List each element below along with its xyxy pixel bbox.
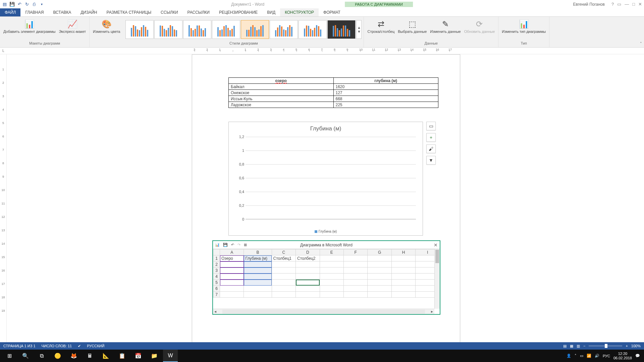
tab-mail[interactable]: РАССЫЛКИ bbox=[183, 8, 214, 16]
ribbon-display-icon[interactable]: ▭ bbox=[617, 2, 621, 7]
chart-style-thumb[interactable] bbox=[327, 20, 356, 39]
chart-style-thumb[interactable] bbox=[212, 20, 240, 39]
switch-row-column-button[interactable]: ⇄Строка/столбец bbox=[366, 18, 396, 34]
chart-styles-gallery[interactable]: ▲▼ bbox=[125, 18, 362, 41]
cell[interactable] bbox=[272, 292, 296, 298]
tray-notifications-icon[interactable]: 💬 bbox=[635, 354, 640, 358]
chart-style-thumb[interactable] bbox=[270, 20, 298, 39]
tab-file[interactable]: ФАЙЛ bbox=[0, 8, 20, 16]
cell[interactable] bbox=[296, 292, 320, 298]
cell[interactable] bbox=[344, 267, 368, 274]
tray-people-icon[interactable]: 👤 bbox=[567, 354, 571, 358]
chart-elements-button[interactable]: + bbox=[426, 133, 436, 142]
tab-refs[interactable]: ССЫЛКИ bbox=[156, 8, 182, 16]
cell[interactable] bbox=[368, 274, 391, 280]
cell[interactable] bbox=[220, 292, 244, 298]
cell[interactable] bbox=[320, 255, 343, 261]
gallery-more-button[interactable]: ▲▼ bbox=[356, 20, 362, 39]
cell[interactable] bbox=[368, 292, 391, 298]
tray-battery-icon[interactable]: ▭ bbox=[580, 354, 583, 358]
datasheet-close-icon[interactable]: ✕ bbox=[434, 242, 438, 248]
cell[interactable] bbox=[244, 280, 272, 286]
cell[interactable] bbox=[320, 261, 343, 267]
cell[interactable] bbox=[391, 280, 415, 286]
cell[interactable] bbox=[368, 280, 391, 286]
yandex-browser-icon[interactable]: 🟡 bbox=[50, 350, 65, 362]
cell[interactable] bbox=[272, 261, 296, 267]
cell[interactable] bbox=[244, 292, 272, 298]
minimize-icon[interactable]: — bbox=[625, 2, 629, 7]
tab-layout[interactable]: РАЗМЕТКА СТРАНИЦЫ bbox=[102, 8, 156, 16]
qat-more-icon[interactable]: ▾ bbox=[39, 2, 44, 7]
start-button[interactable]: ⊞ bbox=[2, 350, 17, 362]
row-header[interactable]: 2 bbox=[213, 261, 220, 267]
close-icon[interactable]: ✕ bbox=[638, 2, 642, 7]
datasheet-save-icon[interactable]: 💾 bbox=[223, 243, 228, 247]
row-header[interactable]: 4 bbox=[213, 274, 220, 280]
cell[interactable]: Столбец2 bbox=[296, 255, 320, 261]
horizontal-ruler[interactable]: 3211234567891011121314151617 bbox=[7, 48, 644, 54]
cell[interactable] bbox=[391, 292, 415, 298]
cell[interactable] bbox=[344, 280, 368, 286]
datasheet-undo-icon[interactable]: ↶ bbox=[231, 243, 234, 247]
tray-clock[interactable]: 12:2006.02.2018 bbox=[613, 352, 632, 360]
vertical-ruler[interactable]: 12345678910111213141516171819 bbox=[0, 54, 7, 351]
cell[interactable] bbox=[220, 267, 244, 274]
cell[interactable] bbox=[391, 261, 415, 267]
change-colors-button[interactable]: 🎨Изменить цвета bbox=[92, 18, 121, 34]
cell[interactable] bbox=[296, 267, 320, 274]
datasheet-open-excel-icon[interactable]: ⊞ bbox=[244, 243, 247, 247]
cell[interactable] bbox=[272, 267, 296, 274]
chart-styles-button[interactable]: 🖌 bbox=[426, 144, 436, 153]
col-header[interactable]: F bbox=[344, 249, 368, 255]
cell[interactable] bbox=[391, 274, 415, 280]
cell[interactable] bbox=[296, 261, 320, 267]
cell[interactable] bbox=[320, 286, 343, 292]
tab-design[interactable]: ДИЗАЙН bbox=[76, 8, 102, 16]
cell[interactable] bbox=[272, 274, 296, 280]
chart-style-thumb[interactable] bbox=[299, 20, 327, 39]
cell[interactable] bbox=[220, 274, 244, 280]
cell[interactable] bbox=[244, 267, 272, 274]
tray-lang[interactable]: РУС bbox=[603, 354, 610, 358]
col-header[interactable]: C bbox=[272, 249, 296, 255]
cell[interactable] bbox=[244, 274, 272, 280]
change-chart-type-button[interactable]: 📊Изменить тип диаграммы bbox=[500, 18, 547, 34]
collapse-ribbon-icon[interactable]: ˄ bbox=[640, 42, 642, 46]
firefox-icon[interactable]: 🦊 bbox=[66, 350, 81, 362]
cell[interactable] bbox=[344, 286, 368, 292]
tab-review[interactable]: РЕЦЕНЗИРОВАНИЕ bbox=[214, 8, 262, 16]
search-button[interactable]: 🔍 bbox=[18, 350, 33, 362]
zoom-in-icon[interactable]: + bbox=[626, 344, 628, 348]
help-icon[interactable]: ? bbox=[611, 2, 614, 7]
cell[interactable] bbox=[368, 267, 391, 274]
cell[interactable] bbox=[391, 267, 415, 274]
zoom-slider[interactable] bbox=[589, 345, 622, 347]
cell[interactable]: Глубина (м) bbox=[244, 255, 272, 261]
tray-volume-icon[interactable]: 🔊 bbox=[595, 354, 599, 358]
redo-icon[interactable]: ↻ bbox=[24, 2, 30, 7]
cell[interactable] bbox=[296, 286, 320, 292]
datasheet-chart-icon[interactable]: 📊 bbox=[215, 243, 220, 247]
document-canvas[interactable]: озеро глубина (м) Байкал1620Онежское127И… bbox=[7, 54, 644, 351]
app-icon-2[interactable]: 📋 bbox=[115, 350, 129, 362]
row-header[interactable]: 7 bbox=[213, 292, 220, 298]
user-name[interactable]: Евгений Поганов bbox=[573, 2, 605, 7]
chart-style-thumb[interactable] bbox=[125, 20, 154, 39]
cell[interactable] bbox=[320, 280, 343, 286]
cell[interactable] bbox=[320, 292, 343, 298]
row-header[interactable]: 5 bbox=[213, 280, 220, 286]
cell[interactable] bbox=[368, 255, 391, 261]
cell[interactable] bbox=[296, 274, 320, 280]
cell[interactable] bbox=[344, 255, 368, 261]
tray-network-icon[interactable]: 📶 bbox=[587, 354, 591, 358]
col-header[interactable]: H bbox=[391, 249, 415, 255]
cell[interactable] bbox=[220, 280, 244, 286]
chart-title[interactable]: Глубина (м) bbox=[229, 122, 423, 134]
datasheet-grid[interactable]: ABCDEFGHI1ОзероГлубина (м)Столбец1Столбе… bbox=[213, 249, 440, 298]
cell[interactable] bbox=[368, 286, 391, 292]
zoom-out-icon[interactable]: − bbox=[583, 344, 585, 348]
cell[interactable] bbox=[344, 274, 368, 280]
row-header[interactable]: 1 bbox=[213, 255, 220, 261]
col-header[interactable]: B bbox=[244, 249, 272, 255]
